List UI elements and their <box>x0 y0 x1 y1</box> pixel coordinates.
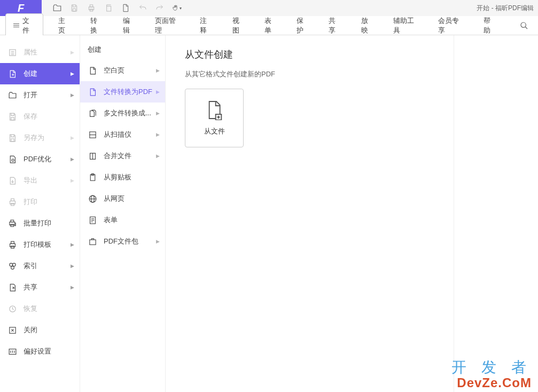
backstage-item-restore: 恢复 <box>0 298 80 319</box>
backstage-item-batch-print[interactable]: 批量打印 <box>0 213 80 234</box>
create-option-form[interactable]: 表单 <box>80 209 165 231</box>
tab-share[interactable]: 共享 <box>319 16 351 35</box>
tab-vip[interactable]: 会员专享 <box>428 16 474 35</box>
backstage-item-prefs[interactable]: 偏好设置 <box>0 341 80 362</box>
list-icon <box>7 48 17 57</box>
backstage-item-label: 创建 <box>24 69 37 79</box>
save-as-icon <box>7 133 17 143</box>
svg-point-14 <box>12 159 14 161</box>
create-option-convert[interactable]: 文件转换为PDF▶ <box>80 81 165 103</box>
svg-rect-17 <box>11 203 14 205</box>
tab-home[interactable]: 主页 <box>49 16 81 35</box>
backstage-item-save-as: 另存为▶ <box>0 127 80 148</box>
backstage-view: 属性▶创建▶打开▶保存另存为▶PDF优化▶导出▶打印批量打印打印模板▶索引▶共享… <box>0 35 538 392</box>
chevron-right-icon: ▶ <box>156 132 160 137</box>
backstage-item-export: 导出▶ <box>0 170 80 191</box>
tab-protect[interactable]: 保护 <box>287 16 319 35</box>
chevron-right-icon: ▶ <box>156 68 160 73</box>
convert-icon <box>88 87 97 97</box>
backstage-item-index[interactable]: 索引▶ <box>0 255 80 277</box>
multi-icon <box>88 108 97 118</box>
backstage-item-label: 打印 <box>24 197 37 207</box>
backstage-item-new-doc[interactable]: 创建▶ <box>0 63 80 84</box>
foxit-logo-glyph: F <box>18 2 24 14</box>
chevron-right-icon: ▶ <box>71 50 74 55</box>
backstage-item-close-doc[interactable]: 关闭 <box>0 319 80 341</box>
submenu-header: 创建 <box>80 45 165 60</box>
ribbon-tabs: 文件 主页 转换 编辑 页面管理 注释 视图 表单 保护 共享 放映 辅助工具 … <box>0 16 538 35</box>
create-option-label: 从扫描仪 <box>104 130 131 139</box>
svg-rect-46 <box>89 239 95 244</box>
backstage-item-label: 打印模板 <box>24 240 51 249</box>
svg-rect-19 <box>10 220 13 222</box>
backstage-nav: 属性▶创建▶打开▶保存另存为▶PDF优化▶导出▶打印批量打印打印模板▶索引▶共享… <box>0 35 80 392</box>
backstage-item-share[interactable]: 共享▶ <box>0 277 80 298</box>
tab-comment[interactable]: 注释 <box>190 16 222 35</box>
tab-page-manage[interactable]: 页面管理 <box>145 16 191 35</box>
from-file-tile[interactable]: 从文件 <box>185 89 244 147</box>
backstage-item-optimize[interactable]: PDF优化▶ <box>0 148 80 170</box>
backstage-item-list: 属性▶ <box>0 42 80 63</box>
tab-accessibility[interactable]: 辅助工具 <box>384 16 429 35</box>
create-option-blank[interactable]: 空白页▶ <box>80 60 165 81</box>
panel-subtitle: 从其它格式文件创建新的PDF <box>185 69 434 79</box>
chevron-right-icon: ▶ <box>71 242 74 247</box>
create-option-label: 空白页 <box>104 66 124 75</box>
redo-icon[interactable] <box>155 3 165 13</box>
open-folder-icon[interactable] <box>52 3 62 13</box>
backstage-item-open[interactable]: 打开▶ <box>0 84 80 106</box>
blank-icon <box>88 66 97 75</box>
hand-tool-icon[interactable]: ▾ <box>172 3 182 13</box>
create-option-clipboard[interactable]: 从剪贴板 <box>80 167 165 188</box>
tab-view[interactable]: 视图 <box>223 16 255 35</box>
backstage-item-label: 另存为 <box>24 133 44 143</box>
portfolio-icon <box>88 237 97 246</box>
new-doc-icon[interactable] <box>121 3 130 13</box>
create-option-multi[interactable]: 多文件转换成...▶ <box>80 103 165 124</box>
tab-convert[interactable]: 转换 <box>81 16 113 35</box>
undo-icon[interactable] <box>138 3 147 13</box>
chevron-right-icon: ▶ <box>156 111 160 116</box>
backstage-item-label: 属性 <box>24 48 37 57</box>
svg-point-26 <box>11 266 14 269</box>
chevron-right-icon: ▶ <box>71 263 74 269</box>
save-icon <box>7 112 17 121</box>
file-menu-button[interactable]: 文件 <box>5 13 43 38</box>
svg-line-5 <box>525 27 527 29</box>
web-icon <box>88 194 97 203</box>
svg-point-25 <box>12 263 15 266</box>
backstage-item-save: 保存 <box>0 106 80 127</box>
copy-icon[interactable] <box>104 3 113 13</box>
create-option-label: 合并文件 <box>104 151 131 161</box>
create-option-label: 文件转换为PDF <box>104 87 152 97</box>
svg-rect-2 <box>90 9 92 11</box>
create-option-scanner[interactable]: 从扫描仪▶ <box>80 124 165 145</box>
prefs-icon <box>7 347 17 356</box>
chevron-right-icon: ▶ <box>71 135 74 140</box>
create-option-web[interactable]: 从网页 <box>80 188 165 209</box>
tile-label: 从文件 <box>204 127 225 136</box>
print-icon[interactable] <box>87 3 96 13</box>
tab-form[interactable]: 表单 <box>255 16 287 35</box>
svg-rect-23 <box>11 246 14 248</box>
svg-point-24 <box>9 263 12 266</box>
backstage-item-label: 关闭 <box>24 325 37 335</box>
quick-access-toolbar: ▾ <box>42 3 182 13</box>
chevron-right-icon: ▶ <box>71 92 74 98</box>
save-icon[interactable] <box>69 3 79 13</box>
backstage-item-label: 偏好设置 <box>24 347 51 356</box>
index-icon <box>7 261 17 271</box>
svg-rect-0 <box>89 7 93 10</box>
backstage-item-label: 恢复 <box>24 304 37 313</box>
tab-edit[interactable]: 编辑 <box>113 16 145 35</box>
tab-present[interactable]: 放映 <box>352 16 384 35</box>
svg-rect-16 <box>11 199 14 201</box>
create-option-merge[interactable]: 合并文件▶ <box>80 145 165 167</box>
backstage-item-print-template[interactable]: 打印模板▶ <box>0 234 80 255</box>
chevron-right-icon: ▶ <box>71 71 74 76</box>
title-bar: F ▾ 开始 - 福昕PDF编辑 <box>0 0 538 16</box>
search-icon[interactable] <box>510 16 538 35</box>
create-option-portfolio[interactable]: PDF文件包▶ <box>80 231 165 252</box>
tab-help[interactable]: 帮助 <box>474 16 506 35</box>
backstage-item-label: 导出 <box>24 176 37 185</box>
